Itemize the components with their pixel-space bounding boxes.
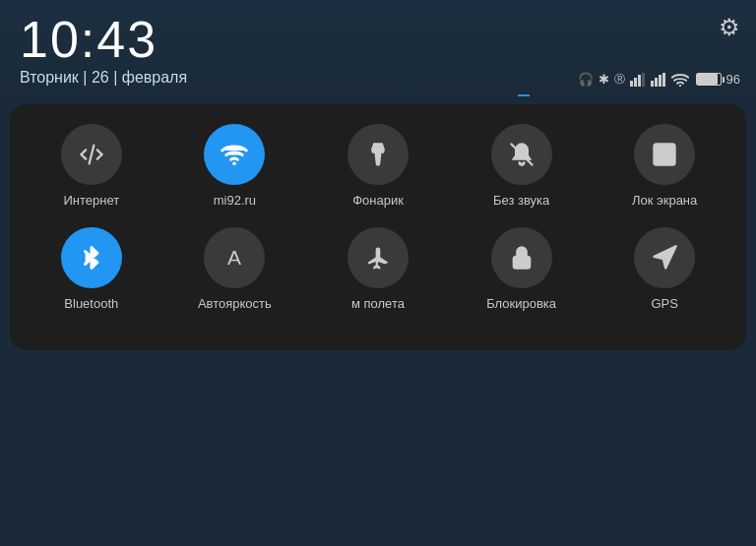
tile-circle-bluetooth <box>61 227 122 288</box>
bluetooth-status-icon: ✱ <box>598 72 609 87</box>
tile-circle-brightness: A <box>204 227 265 288</box>
tile-label-bluetooth: Bluetooth <box>64 296 118 311</box>
quick-panel: Интернет mi92.ru Фонарик <box>10 104 746 350</box>
svg-rect-4 <box>651 81 654 87</box>
time-display: 10:43 <box>20 14 736 65</box>
svg-rect-6 <box>659 75 662 87</box>
registered-icon: Ⓡ <box>614 72 625 87</box>
svg-point-8 <box>678 84 680 86</box>
gear-icon[interactable]: ⚙ <box>719 14 740 40</box>
svg-rect-1 <box>634 78 637 87</box>
tile-label-silent: Без звука <box>493 193 549 208</box>
tile-flashlight[interactable]: Фонарик <box>334 124 422 208</box>
tile-label-brightness: Автояркость <box>198 296 272 311</box>
tile-label-internet: Интернет <box>63 193 119 208</box>
tile-circle-silent <box>491 124 552 185</box>
battery-percent: 96 <box>726 72 740 87</box>
tile-bluetooth[interactable]: Bluetooth <box>47 227 136 311</box>
tile-circle-internet <box>61 124 122 185</box>
wifi-status-icon <box>671 73 689 87</box>
tile-gps[interactable]: GPS <box>620 227 709 311</box>
tile-silent[interactable]: Без звука <box>477 124 566 208</box>
tile-circle-airplane <box>347 227 409 288</box>
svg-rect-15 <box>513 257 529 269</box>
tile-lock[interactable]: Блокировка <box>477 227 566 311</box>
signal1-icon <box>630 73 646 87</box>
svg-rect-3 <box>642 73 645 87</box>
signal2-icon <box>651 73 666 87</box>
svg-text:A: A <box>227 246 241 269</box>
tile-label-lock: Блокировка <box>486 296 556 311</box>
tile-screenshot[interactable]: Лок экрана <box>620 124 709 208</box>
svg-point-9 <box>233 162 237 166</box>
tile-circle-gps <box>634 227 695 288</box>
tile-wifi[interactable]: mi92.ru <box>190 124 279 208</box>
svg-rect-5 <box>655 78 658 87</box>
tile-circle-lock <box>491 227 552 288</box>
status-icons: 🎧 ✱ Ⓡ <box>578 72 740 87</box>
tile-label-gps: GPS <box>651 296 677 311</box>
tiles-row-2: Bluetooth A Автояркость м полета <box>20 227 736 311</box>
svg-rect-7 <box>662 73 665 87</box>
tile-circle-wifi <box>204 124 265 185</box>
svg-rect-2 <box>638 75 641 87</box>
battery-icon <box>694 73 722 86</box>
tile-circle-flashlight <box>347 124 409 185</box>
tiles-row-1: Интернет mi92.ru Фонарик <box>20 124 736 208</box>
tile-label-wifi: mi92.ru <box>214 193 256 208</box>
tile-brightness[interactable]: A Автояркость <box>190 227 279 311</box>
tile-label-flashlight: Фонарик <box>352 193 404 208</box>
headphone-icon: 🎧 <box>578 72 594 87</box>
tile-airplane[interactable]: м полета <box>334 227 422 311</box>
gear-button[interactable]: ⚙ <box>719 14 740 41</box>
tile-label-airplane: м полета <box>351 296 405 311</box>
svg-rect-0 <box>630 81 633 87</box>
tile-internet[interactable]: Интернет <box>47 124 136 208</box>
tile-label-screenshot: Лок экрана <box>632 193 697 208</box>
status-bar: 10:43 Вторник | 26 | февраля ⚙ 🎧 ✱ Ⓡ <box>0 0 756 96</box>
tile-circle-screenshot <box>634 124 695 185</box>
svg-marker-16 <box>655 246 676 268</box>
